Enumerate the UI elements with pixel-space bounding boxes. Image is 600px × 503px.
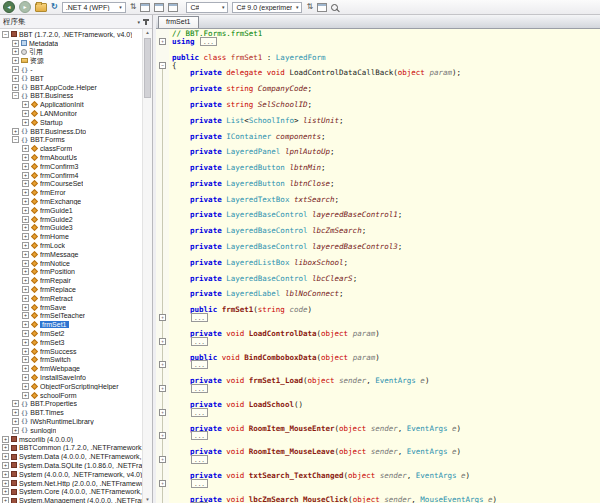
tree-item[interactable]: +classForm [0, 144, 143, 153]
fold-collapse-icon[interactable]: − [156, 62, 169, 70]
fold-expand-icon[interactable]: + [156, 361, 169, 369]
tree-item[interactable]: +{}BBT.Business.Dto [0, 127, 143, 136]
tree-item[interactable]: +frmGuide2 [0, 215, 143, 224]
tree-item-label[interactable]: ApplicationInit [40, 101, 84, 108]
tree-item[interactable]: +{}BBT.Times [0, 408, 143, 417]
tree-item-label[interactable]: - [30, 66, 32, 73]
scrollbar-thumb[interactable] [144, 38, 151, 98]
tree-item-label[interactable]: frmGuide1 [40, 207, 73, 214]
expand-expander-icon[interactable]: + [22, 233, 29, 240]
expand-expander-icon[interactable]: + [22, 312, 29, 319]
tree-item[interactable]: +System.Net.Http (2.0.0.0, .NETFramework… [0, 479, 143, 488]
scroll-down-icon[interactable]: ▼ [143, 496, 152, 503]
expand-expander-icon[interactable]: + [22, 365, 29, 372]
tree-item[interactable]: +frmNotice [0, 259, 143, 268]
tree-item-label[interactable]: frmConfirm3 [40, 163, 79, 170]
tree-item[interactable]: −{}BBT.Forms [0, 136, 143, 145]
folded-body-icon[interactable]: ... [191, 384, 208, 393]
tree-item[interactable]: +frmSet2 [0, 329, 143, 338]
tree-item[interactable]: +{}BBT [0, 74, 143, 83]
tree-item[interactable]: +frmReplace [0, 285, 143, 294]
fullscreen-icon[interactable] [168, 3, 178, 12]
tree-item-label[interactable]: frmNotice [40, 260, 70, 267]
expand-expander-icon[interactable]: + [12, 40, 19, 47]
expand-expander-icon[interactable]: + [12, 400, 19, 407]
fold-expand-icon[interactable]: + [156, 338, 169, 346]
expand-expander-icon[interactable]: + [12, 128, 19, 135]
tree-item[interactable]: +System.Management (4.0.0.0, .NETFramewo… [0, 496, 143, 503]
tree-item-label[interactable]: System (4.0.0.0, .NETFramework, v4.0) [19, 471, 142, 478]
folded-body-icon[interactable]: ... [191, 313, 208, 322]
expand-expander-icon[interactable]: + [22, 348, 29, 355]
expand-expander-icon[interactable]: + [2, 436, 9, 443]
tree-item-label[interactable]: frmWebpage [40, 365, 80, 372]
expand-expander-icon[interactable]: + [2, 480, 9, 487]
assembly-tree[interactable]: −BBT (1.7.2.0, .NETFramework, v4.0)+Meta… [0, 29, 152, 503]
folded-body-icon[interactable]: ... [191, 337, 208, 346]
expand-expander-icon[interactable]: + [12, 409, 19, 416]
tree-item[interactable]: +schoolForm [0, 391, 143, 400]
tree-item[interactable]: +frmLock [0, 241, 143, 250]
expand-expander-icon[interactable]: + [22, 242, 29, 249]
expand-expander-icon[interactable]: + [12, 48, 19, 55]
tree-item-label[interactable]: BBT.Forms [30, 136, 65, 143]
expand-expander-icon[interactable]: + [22, 101, 29, 108]
tree-item[interactable]: +frmSwitch [0, 355, 143, 364]
tree-item[interactable]: +mscorlib (4.0.0.0) [0, 435, 143, 444]
expand-expander-icon[interactable]: + [22, 207, 29, 214]
expand-expander-icon[interactable]: + [22, 216, 29, 223]
sort-assemblies-icon[interactable]: ⇅ [130, 2, 137, 12]
tree-item[interactable]: +frmSelTeacher [0, 312, 143, 321]
expand-expander-icon[interactable]: + [22, 172, 29, 179]
tree-item-label[interactable]: BBT.Business.Dto [30, 128, 86, 135]
tree-item-label[interactable]: InstallSaveInfo [40, 374, 86, 381]
tree-item-label[interactable]: BBT [30, 75, 44, 82]
tree-item[interactable]: +ApplicationInit [0, 100, 143, 109]
tree-item[interactable]: +{}BBT.AppCode.Helper [0, 83, 143, 92]
tree-item-label[interactable]: frmRepair [40, 277, 71, 284]
tree-item-label[interactable]: BBT (1.7.2.0, .NETFramework, v4.0) [19, 31, 132, 38]
expand-expander-icon[interactable]: + [12, 427, 19, 434]
tree-item[interactable]: +frmConfirm3 [0, 162, 143, 171]
back-button[interactable]: ◄ [3, 1, 15, 13]
tree-item-label[interactable]: BBT.Business [30, 92, 73, 99]
tree-item-label[interactable]: Metadata [29, 40, 58, 47]
tree-item-label[interactable]: System.Data (4.0.0.0, .NETFramework, v4.… [19, 453, 143, 460]
tree-item[interactable]: +System (4.0.0.0, .NETFramework, v4.0) [0, 470, 143, 479]
tree-item[interactable]: +frmPosition [0, 268, 143, 277]
expand-expander-icon[interactable]: + [22, 392, 29, 399]
tree-item-label[interactable]: frmExchange [40, 198, 81, 205]
tree-item-label[interactable]: System.Core (4.0.0.0, .NETFramework, v4.… [19, 488, 143, 495]
fold-expand-icon[interactable]: + [156, 432, 169, 440]
expand-expander-icon[interactable]: + [22, 321, 29, 328]
panel-menu-icon[interactable]: ▾ [137, 19, 140, 25]
code-editor[interactable]: +−+++++++++ // BBT.Forms.frmSet1using ..… [156, 29, 600, 503]
expand-expander-icon[interactable]: + [22, 330, 29, 337]
tree-item[interactable]: +frmGuide1 [0, 206, 143, 215]
tree-item[interactable]: +frmSuccess [0, 347, 143, 356]
tree-item[interactable]: −{}BBT.Business [0, 92, 143, 101]
pin-icon[interactable] [145, 19, 147, 25]
expand-expander-icon[interactable]: + [22, 295, 29, 302]
tree-item-label[interactable]: frmSave [40, 304, 66, 311]
expand-expander-icon[interactable]: + [22, 383, 29, 390]
expand-expander-icon[interactable]: + [2, 471, 9, 478]
expand-expander-icon[interactable]: + [22, 119, 29, 126]
expand-expander-icon[interactable]: + [22, 251, 29, 258]
tree-item-label[interactable]: BBT.Times [30, 409, 64, 416]
tree-item-label[interactable]: frmSet2 [40, 330, 65, 337]
expand-expander-icon[interactable]: + [22, 260, 29, 267]
tree-item-label[interactable]: frmLock [40, 242, 65, 249]
expand-expander-icon[interactable]: + [2, 462, 9, 469]
tree-item[interactable]: +frmMessage [0, 250, 143, 259]
folded-body-icon[interactable]: ... [191, 360, 208, 369]
expand-expander-icon[interactable]: + [22, 110, 29, 117]
tree-item-label[interactable]: IWshRuntimeLibrary [30, 418, 93, 425]
tree-item[interactable]: +frmSet1 [0, 320, 143, 329]
tree-item[interactable]: +frmRetract [0, 294, 143, 303]
expand-expander-icon[interactable]: + [22, 356, 29, 363]
tree-item[interactable]: +frmWebpage [0, 364, 143, 373]
expand-expander-icon[interactable]: + [22, 145, 29, 152]
folded-body-icon[interactable]: ... [191, 408, 208, 417]
new-window-icon[interactable] [317, 3, 327, 12]
